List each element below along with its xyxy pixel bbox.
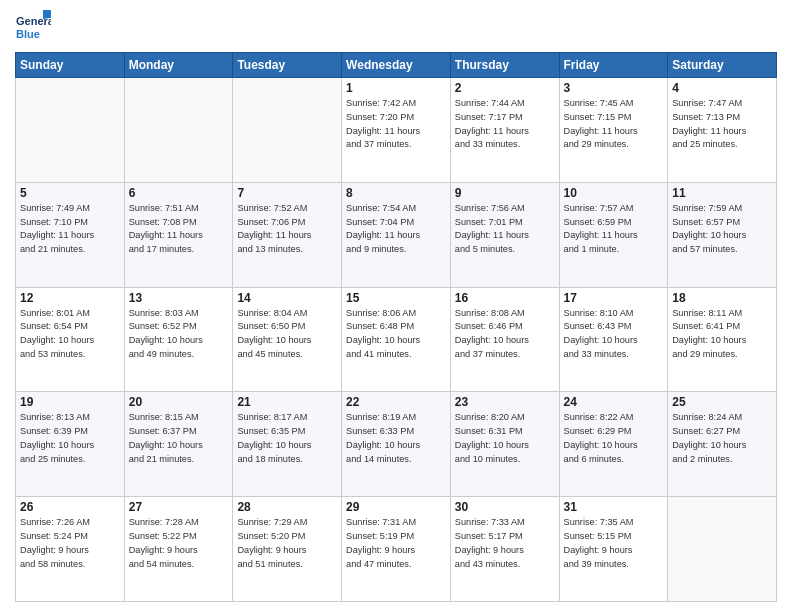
logo: General Blue [15, 10, 51, 46]
day-number: 27 [129, 500, 229, 514]
calendar-cell: 12Sunrise: 8:01 AM Sunset: 6:54 PM Dayli… [16, 287, 125, 392]
calendar-cell: 14Sunrise: 8:04 AM Sunset: 6:50 PM Dayli… [233, 287, 342, 392]
calendar-cell: 19Sunrise: 8:13 AM Sunset: 6:39 PM Dayli… [16, 392, 125, 497]
calendar-cell: 22Sunrise: 8:19 AM Sunset: 6:33 PM Dayli… [342, 392, 451, 497]
day-number: 9 [455, 186, 555, 200]
day-info: Sunrise: 7:45 AM Sunset: 7:15 PM Dayligh… [564, 97, 664, 152]
day-info: Sunrise: 7:42 AM Sunset: 7:20 PM Dayligh… [346, 97, 446, 152]
calendar-cell: 31Sunrise: 7:35 AM Sunset: 5:15 PM Dayli… [559, 497, 668, 602]
day-number: 25 [672, 395, 772, 409]
day-number: 12 [20, 291, 120, 305]
weekday-header-row: SundayMondayTuesdayWednesdayThursdayFrid… [16, 53, 777, 78]
day-number: 8 [346, 186, 446, 200]
day-number: 1 [346, 81, 446, 95]
calendar-cell: 8Sunrise: 7:54 AM Sunset: 7:04 PM Daylig… [342, 182, 451, 287]
day-info: Sunrise: 8:15 AM Sunset: 6:37 PM Dayligh… [129, 411, 229, 466]
calendar-cell: 6Sunrise: 7:51 AM Sunset: 7:08 PM Daylig… [124, 182, 233, 287]
day-info: Sunrise: 7:26 AM Sunset: 5:24 PM Dayligh… [20, 516, 120, 571]
day-number: 29 [346, 500, 446, 514]
day-info: Sunrise: 7:31 AM Sunset: 5:19 PM Dayligh… [346, 516, 446, 571]
day-info: Sunrise: 8:20 AM Sunset: 6:31 PM Dayligh… [455, 411, 555, 466]
calendar-cell: 10Sunrise: 7:57 AM Sunset: 6:59 PM Dayli… [559, 182, 668, 287]
day-number: 4 [672, 81, 772, 95]
day-number: 7 [237, 186, 337, 200]
day-info: Sunrise: 7:59 AM Sunset: 6:57 PM Dayligh… [672, 202, 772, 257]
calendar-cell: 4Sunrise: 7:47 AM Sunset: 7:13 PM Daylig… [668, 78, 777, 183]
calendar-cell: 18Sunrise: 8:11 AM Sunset: 6:41 PM Dayli… [668, 287, 777, 392]
page: General Blue SundayMondayTuesdayWednesda… [0, 0, 792, 612]
day-info: Sunrise: 7:33 AM Sunset: 5:17 PM Dayligh… [455, 516, 555, 571]
day-info: Sunrise: 8:03 AM Sunset: 6:52 PM Dayligh… [129, 307, 229, 362]
day-info: Sunrise: 8:17 AM Sunset: 6:35 PM Dayligh… [237, 411, 337, 466]
day-info: Sunrise: 7:54 AM Sunset: 7:04 PM Dayligh… [346, 202, 446, 257]
day-info: Sunrise: 8:10 AM Sunset: 6:43 PM Dayligh… [564, 307, 664, 362]
calendar-week-row: 12Sunrise: 8:01 AM Sunset: 6:54 PM Dayli… [16, 287, 777, 392]
day-number: 15 [346, 291, 446, 305]
calendar-cell: 21Sunrise: 8:17 AM Sunset: 6:35 PM Dayli… [233, 392, 342, 497]
day-info: Sunrise: 8:24 AM Sunset: 6:27 PM Dayligh… [672, 411, 772, 466]
calendar-cell: 30Sunrise: 7:33 AM Sunset: 5:17 PM Dayli… [450, 497, 559, 602]
calendar-cell: 28Sunrise: 7:29 AM Sunset: 5:20 PM Dayli… [233, 497, 342, 602]
weekday-header-monday: Monday [124, 53, 233, 78]
day-number: 30 [455, 500, 555, 514]
calendar-cell: 9Sunrise: 7:56 AM Sunset: 7:01 PM Daylig… [450, 182, 559, 287]
svg-text:Blue: Blue [16, 28, 40, 40]
calendar-week-row: 5Sunrise: 7:49 AM Sunset: 7:10 PM Daylig… [16, 182, 777, 287]
calendar-cell: 3Sunrise: 7:45 AM Sunset: 7:15 PM Daylig… [559, 78, 668, 183]
day-number: 20 [129, 395, 229, 409]
weekday-header-saturday: Saturday [668, 53, 777, 78]
day-number: 17 [564, 291, 664, 305]
day-info: Sunrise: 7:56 AM Sunset: 7:01 PM Dayligh… [455, 202, 555, 257]
calendar-cell: 27Sunrise: 7:28 AM Sunset: 5:22 PM Dayli… [124, 497, 233, 602]
calendar-cell [668, 497, 777, 602]
header: General Blue [15, 10, 777, 46]
day-number: 3 [564, 81, 664, 95]
weekday-header-tuesday: Tuesday [233, 53, 342, 78]
calendar-cell: 20Sunrise: 8:15 AM Sunset: 6:37 PM Dayli… [124, 392, 233, 497]
day-number: 2 [455, 81, 555, 95]
day-info: Sunrise: 8:01 AM Sunset: 6:54 PM Dayligh… [20, 307, 120, 362]
day-info: Sunrise: 8:04 AM Sunset: 6:50 PM Dayligh… [237, 307, 337, 362]
day-number: 31 [564, 500, 664, 514]
calendar-cell: 13Sunrise: 8:03 AM Sunset: 6:52 PM Dayli… [124, 287, 233, 392]
calendar-cell: 23Sunrise: 8:20 AM Sunset: 6:31 PM Dayli… [450, 392, 559, 497]
day-info: Sunrise: 7:29 AM Sunset: 5:20 PM Dayligh… [237, 516, 337, 571]
day-number: 6 [129, 186, 229, 200]
day-number: 16 [455, 291, 555, 305]
day-info: Sunrise: 7:52 AM Sunset: 7:06 PM Dayligh… [237, 202, 337, 257]
day-number: 13 [129, 291, 229, 305]
weekday-header-wednesday: Wednesday [342, 53, 451, 78]
svg-marker-3 [43, 10, 51, 19]
calendar-cell: 11Sunrise: 7:59 AM Sunset: 6:57 PM Dayli… [668, 182, 777, 287]
day-number: 19 [20, 395, 120, 409]
logo-svg: General Blue [15, 10, 51, 46]
calendar-week-row: 1Sunrise: 7:42 AM Sunset: 7:20 PM Daylig… [16, 78, 777, 183]
calendar-cell: 5Sunrise: 7:49 AM Sunset: 7:10 PM Daylig… [16, 182, 125, 287]
calendar-cell: 15Sunrise: 8:06 AM Sunset: 6:48 PM Dayli… [342, 287, 451, 392]
day-number: 14 [237, 291, 337, 305]
day-info: Sunrise: 8:22 AM Sunset: 6:29 PM Dayligh… [564, 411, 664, 466]
day-info: Sunrise: 7:49 AM Sunset: 7:10 PM Dayligh… [20, 202, 120, 257]
calendar-cell: 26Sunrise: 7:26 AM Sunset: 5:24 PM Dayli… [16, 497, 125, 602]
calendar-cell [16, 78, 125, 183]
day-number: 5 [20, 186, 120, 200]
day-info: Sunrise: 7:47 AM Sunset: 7:13 PM Dayligh… [672, 97, 772, 152]
day-info: Sunrise: 7:35 AM Sunset: 5:15 PM Dayligh… [564, 516, 664, 571]
calendar-week-row: 19Sunrise: 8:13 AM Sunset: 6:39 PM Dayli… [16, 392, 777, 497]
day-info: Sunrise: 8:13 AM Sunset: 6:39 PM Dayligh… [20, 411, 120, 466]
calendar-cell: 29Sunrise: 7:31 AM Sunset: 5:19 PM Dayli… [342, 497, 451, 602]
day-info: Sunrise: 8:06 AM Sunset: 6:48 PM Dayligh… [346, 307, 446, 362]
calendar-cell: 24Sunrise: 8:22 AM Sunset: 6:29 PM Dayli… [559, 392, 668, 497]
calendar-week-row: 26Sunrise: 7:26 AM Sunset: 5:24 PM Dayli… [16, 497, 777, 602]
calendar-cell: 2Sunrise: 7:44 AM Sunset: 7:17 PM Daylig… [450, 78, 559, 183]
day-number: 26 [20, 500, 120, 514]
day-number: 23 [455, 395, 555, 409]
calendar-cell: 1Sunrise: 7:42 AM Sunset: 7:20 PM Daylig… [342, 78, 451, 183]
day-number: 22 [346, 395, 446, 409]
day-number: 21 [237, 395, 337, 409]
weekday-header-thursday: Thursday [450, 53, 559, 78]
calendar: SundayMondayTuesdayWednesdayThursdayFrid… [15, 52, 777, 602]
day-number: 18 [672, 291, 772, 305]
weekday-header-friday: Friday [559, 53, 668, 78]
calendar-cell: 7Sunrise: 7:52 AM Sunset: 7:06 PM Daylig… [233, 182, 342, 287]
